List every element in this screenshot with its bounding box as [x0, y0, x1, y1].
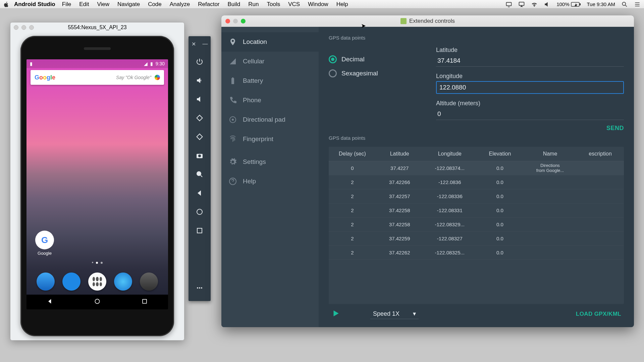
screenshot-button[interactable] [189, 147, 211, 164]
table-row[interactable]: 237.42266-122.08360.0 [329, 175, 624, 189]
sidebar-item-fingerprint[interactable]: Fingerprint [221, 129, 319, 149]
menu-code[interactable]: Code [148, 1, 162, 8]
more-button[interactable] [189, 280, 211, 296]
latitude-input[interactable] [436, 55, 624, 67]
toolbar-close-button[interactable]: ✕ [192, 41, 196, 47]
close-traffic-light[interactable] [225, 19, 230, 23]
sidebar-item-settings[interactable]: Settings [221, 152, 319, 172]
radio-sexagesimal[interactable]: Sexagesimal [329, 69, 416, 77]
power-button[interactable] [189, 53, 211, 70]
svg-rect-6 [143, 299, 147, 303]
sidebar-item-dpad[interactable]: Directional pad [221, 110, 319, 129]
home-button[interactable] [94, 298, 101, 306]
table-header: Delay (sec) Latitude Longitude Elevation… [329, 147, 624, 161]
svg-point-14 [197, 287, 198, 289]
menu-edit[interactable]: Edit [79, 1, 89, 8]
airplay-icon[interactable] [518, 1, 525, 8]
menu-navigate[interactable]: Navigate [117, 1, 140, 8]
send-button[interactable]: SEND [606, 125, 624, 132]
sidebar-item-help[interactable]: Help [221, 172, 319, 191]
google-search-bar[interactable]: Google Say "Ok Google" [31, 70, 164, 85]
svg-rect-1 [519, 2, 524, 5]
volume-up-button[interactable] [189, 72, 211, 89]
longitude-field: Longitude [436, 73, 624, 94]
longitude-input[interactable] [436, 81, 624, 94]
minimize-traffic-light[interactable] [233, 19, 238, 23]
table-row[interactable]: 237.42259-122.083270.0 [329, 232, 624, 246]
menubar-clock[interactable]: Tue 9:30 AM [587, 1, 615, 7]
svg-point-12 [197, 209, 202, 215]
menu-view[interactable]: View [97, 1, 109, 8]
traffic-lights[interactable] [14, 25, 34, 30]
back-nav-button[interactable] [189, 185, 211, 201]
app-drawer-icon[interactable] [88, 273, 106, 291]
emulator-window: 5554:Nexus_5X_API_23 ▮ ◢ ▮ 9:30 Google S… [10, 22, 184, 341]
altitude-input[interactable] [436, 108, 624, 120]
zoom-button[interactable] [189, 166, 211, 183]
menu-run[interactable]: Run [248, 1, 259, 8]
google-logo: Google [35, 74, 55, 81]
svg-point-10 [198, 155, 201, 157]
radio-decimal[interactable]: Decimal [329, 55, 416, 63]
extended-sidenav: Location Cellular Battery Phone Directio… [221, 27, 319, 327]
mouse-cursor: ➤ [361, 22, 366, 29]
search-hint: Say "Ok Google" [116, 75, 151, 80]
svg-point-4 [622, 2, 626, 5]
menu-help[interactable]: Help [336, 1, 348, 8]
menu-refactor[interactable]: Refactor [198, 1, 219, 8]
svg-point-5 [95, 299, 99, 303]
sidebar-item-battery[interactable]: Battery [221, 71, 319, 90]
table-row[interactable]: 237.42257-122.083360.0 [329, 189, 624, 203]
phone-app-icon[interactable] [37, 273, 55, 291]
gps-section-header-2: GPS data points [329, 135, 624, 141]
overview-nav-button[interactable] [189, 222, 211, 239]
load-gpx-button[interactable]: LOAD GPX/KML [576, 311, 621, 317]
table-row[interactable]: 037.4227-122.08374...0.0Directions from … [329, 161, 624, 175]
wifi-icon[interactable] [531, 1, 538, 8]
menu-list-icon[interactable] [634, 1, 641, 8]
menu-build[interactable]: Build [228, 1, 240, 8]
rotate-left-button[interactable] [189, 110, 211, 126]
menu-vcs[interactable]: VCS [288, 1, 300, 8]
menu-window[interactable]: Window [308, 1, 328, 8]
camera-app-icon[interactable] [140, 273, 158, 291]
volume-down-button[interactable] [189, 91, 211, 108]
sidebar-item-cellular[interactable]: Cellular [221, 52, 319, 71]
browser-app-icon[interactable] [114, 273, 132, 291]
rotate-right-button[interactable] [189, 128, 211, 145]
home-pager [26, 262, 168, 264]
volume-icon[interactable] [544, 1, 550, 8]
mic-icon[interactable] [155, 75, 160, 80]
svg-point-20 [232, 119, 234, 121]
messages-app-icon[interactable] [62, 273, 80, 291]
extended-title: Extended controls [409, 18, 455, 24]
status-time: 9:30 [156, 61, 165, 66]
speed-select[interactable]: Speed 1X▾ [370, 309, 419, 319]
spotlight-icon[interactable] [621, 1, 628, 8]
app-name[interactable]: Android Studio [14, 1, 55, 8]
phone-screen[interactable]: ▮ ◢ ▮ 9:30 Google Say "Ok Google" G Goog… [26, 59, 168, 309]
battery-icon: ▮ [150, 61, 153, 66]
menu-analyze[interactable]: Analyze [170, 1, 190, 8]
sidebar-item-phone[interactable]: Phone [221, 90, 319, 110]
back-button[interactable] [47, 298, 53, 306]
zoom-traffic-light[interactable] [241, 19, 246, 23]
extended-titlebar[interactable]: Extended controls [221, 15, 634, 27]
emulator-title: 5554:Nexus_5X_API_23 [68, 24, 126, 31]
google-app-icon[interactable]: G Google [35, 231, 54, 256]
screen-mirror-icon[interactable] [505, 1, 512, 8]
emulator-titlebar[interactable]: 5554:Nexus_5X_API_23 [10, 22, 184, 33]
play-button[interactable] [331, 309, 340, 319]
window-icon [400, 18, 407, 24]
table-row[interactable]: 237.42262-122.08325...0.0 [329, 246, 624, 260]
table-row[interactable]: 237.42258-122.083310.0 [329, 203, 624, 218]
sidebar-item-location[interactable]: Location [221, 32, 319, 52]
menu-file[interactable]: File [62, 1, 71, 8]
table-row[interactable]: 237.42258-122.08329...0.0 [329, 218, 624, 232]
home-nav-button[interactable] [189, 203, 211, 220]
recents-button[interactable] [141, 298, 148, 306]
toolbar-minimize-button[interactable]: — [203, 41, 208, 47]
signal-icon: ◢ [144, 61, 148, 66]
battery-status[interactable]: 100% [556, 1, 581, 7]
menu-tools[interactable]: Tools [267, 1, 280, 8]
